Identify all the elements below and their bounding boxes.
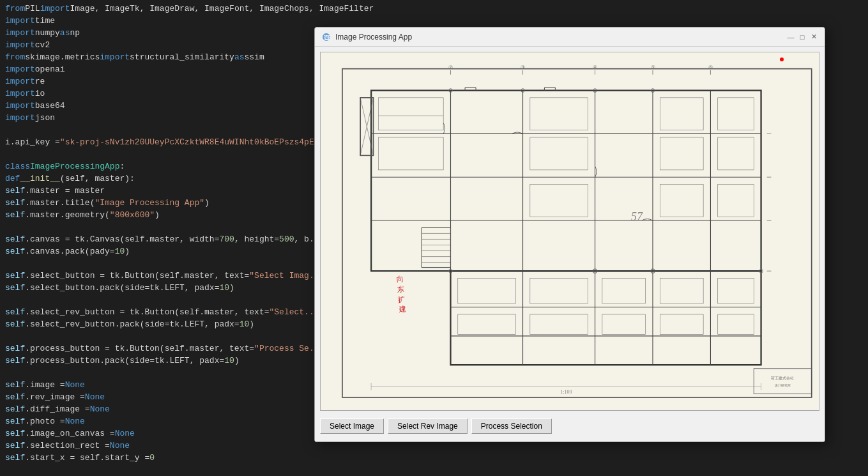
svg-text:⑤: ⑤ (651, 65, 655, 70)
blueprint-view: 向 东 扩 建 57. (321, 52, 819, 410)
select-rev-button[interactable]: Select Rev Image (388, 418, 468, 434)
svg-text:57.: 57. (631, 210, 646, 223)
close-button[interactable]: ✕ (809, 33, 818, 42)
svg-text:⑥: ⑥ (708, 65, 713, 70)
svg-text:荷工建式会社: 荷工建式会社 (771, 376, 794, 380)
window-titlebar: 🖼 Image Processing App — □ ✕ (315, 27, 825, 47)
svg-text:东: 东 (397, 285, 404, 293)
window-content: 向 东 扩 建 57. (315, 47, 825, 441)
svg-text:③: ③ (521, 65, 525, 70)
window-title: Image Processing App (335, 33, 786, 42)
code-line (0, 464, 868, 476)
app-window: 🖼 Image Processing App — □ ✕ (314, 27, 825, 442)
code-line: from PIL import Image, ImageTk, ImageDra… (0, 3, 868, 15)
svg-text:1:100: 1:100 (560, 389, 572, 395)
minimize-button[interactable]: — (786, 33, 795, 42)
code-line: import time (0, 15, 868, 27)
svg-rect-2 (321, 54, 819, 408)
svg-text:④: ④ (593, 65, 597, 70)
svg-text:②: ② (448, 65, 453, 70)
code-line: self.start_x = self.start_y = 0 (0, 452, 868, 464)
svg-text:🖼: 🖼 (324, 35, 330, 42)
red-dot-marker (780, 58, 784, 61)
process-selection-button[interactable]: Process Selection (471, 418, 552, 434)
svg-text:设计研究所: 设计研究所 (775, 383, 791, 387)
button-row: Select Image Select Rev Image Process Se… (320, 416, 819, 436)
svg-text:建: 建 (398, 305, 406, 314)
svg-text:扩: 扩 (398, 295, 406, 303)
image-canvas[interactable]: 向 东 扩 建 57. (320, 52, 819, 411)
floor-plan-svg: 向 东 扩 建 57. (321, 52, 819, 410)
maximize-button[interactable]: □ (798, 33, 807, 42)
app-icon: 🖼 (321, 32, 331, 42)
select-image-button[interactable]: Select Image (320, 418, 384, 434)
svg-text:向: 向 (396, 275, 404, 283)
window-controls: — □ ✕ (786, 33, 818, 42)
